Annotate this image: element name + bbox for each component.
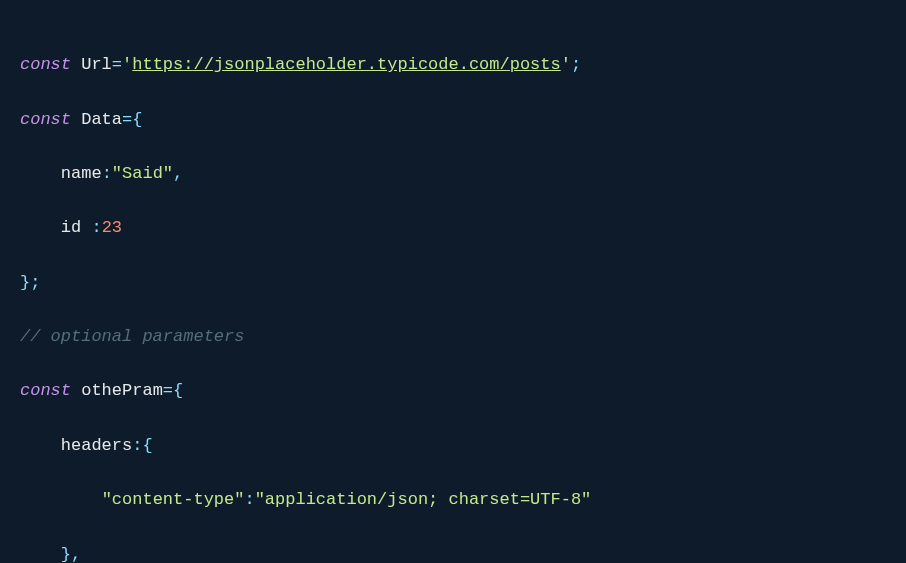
code-line-10: }, [20, 541, 886, 563]
code-line-6: // optional parameters [20, 323, 886, 350]
code-line-1: const Url='https://jsonplaceholder.typic… [20, 51, 886, 78]
code-line-7: const othePram={ [20, 377, 886, 404]
keyword-const: const [20, 55, 71, 74]
comment: // optional parameters [20, 327, 244, 346]
code-line-9: "content-type":"application/json; charse… [20, 486, 886, 513]
code-block: const Url='https://jsonplaceholder.typic… [20, 24, 886, 563]
code-line-8: headers:{ [20, 432, 886, 459]
code-line-2: const Data={ [20, 106, 886, 133]
code-line-5: }; [20, 269, 886, 296]
code-line-4: id :23 [20, 214, 886, 241]
code-line-3: name:"Said", [20, 160, 886, 187]
url-literal: https://jsonplaceholder.typicode.com/pos… [132, 55, 560, 74]
